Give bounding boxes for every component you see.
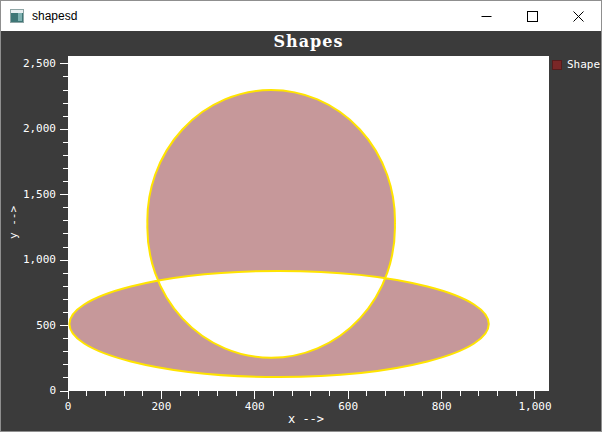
x-tick-label: 0 <box>38 401 98 413</box>
chart-title: Shapes <box>68 32 549 52</box>
window-controls <box>463 1 601 31</box>
minimize-icon <box>481 11 492 22</box>
shapes-canvas <box>68 56 549 391</box>
x-minor-tick <box>86 391 87 396</box>
x-minor-tick <box>180 391 181 396</box>
close-icon <box>573 11 584 22</box>
x-tick-label: 1,000 <box>505 401 565 413</box>
x-minor-tick <box>217 391 218 396</box>
x-minor-tick <box>329 391 330 396</box>
y-tick-label: 2,500 <box>8 58 56 70</box>
x-major-tick <box>68 391 69 399</box>
x-minor-tick <box>404 391 405 396</box>
plot-area <box>68 56 549 391</box>
x-major-tick <box>161 391 162 399</box>
legend-marker <box>552 60 562 70</box>
minimize-button[interactable] <box>463 1 509 31</box>
y-tick-label: 2,000 <box>8 123 56 135</box>
x-major-tick <box>348 391 349 399</box>
x-minor-tick <box>142 391 143 396</box>
app-icon <box>10 9 24 23</box>
x-minor-tick <box>310 391 311 396</box>
app-window: shapesd Shapes Shape 020 <box>0 0 602 432</box>
close-button[interactable] <box>555 1 601 31</box>
x-minor-tick <box>422 391 423 396</box>
x-axis-title: x --> <box>256 412 356 426</box>
title-bar[interactable]: shapesd <box>1 1 601 31</box>
x-minor-tick <box>366 391 367 396</box>
shape-path <box>69 90 488 377</box>
x-major-tick <box>441 391 442 399</box>
x-minor-tick <box>385 391 386 396</box>
x-minor-tick <box>236 391 237 396</box>
x-minor-tick <box>292 391 293 396</box>
y-axis-title: y --> <box>7 183 20 263</box>
maximize-button[interactable] <box>509 1 555 31</box>
y-major-tick <box>60 260 68 261</box>
y-major-tick <box>60 129 68 130</box>
y-major-tick <box>60 194 68 195</box>
x-major-tick <box>254 391 255 399</box>
x-minor-tick <box>497 391 498 396</box>
y-tick-label: 500 <box>8 320 56 332</box>
y-major-tick <box>60 391 68 392</box>
x-minor-tick <box>516 391 517 396</box>
x-minor-tick <box>273 391 274 396</box>
x-minor-tick <box>124 391 125 396</box>
x-minor-tick <box>105 391 106 396</box>
y-major-tick <box>60 325 68 326</box>
x-tick-label: 800 <box>412 401 472 413</box>
legend: Shape <box>552 58 600 71</box>
x-minor-tick <box>478 391 479 396</box>
x-tick-label: 200 <box>131 401 191 413</box>
y-tick-label: 0 <box>8 385 56 397</box>
x-minor-tick <box>460 391 461 396</box>
maximize-icon <box>527 11 538 22</box>
legend-label: Shape <box>567 58 600 71</box>
x-minor-tick <box>198 391 199 396</box>
x-major-tick <box>534 391 535 399</box>
window-title: shapesd <box>32 9 77 23</box>
y-major-tick <box>60 63 68 64</box>
